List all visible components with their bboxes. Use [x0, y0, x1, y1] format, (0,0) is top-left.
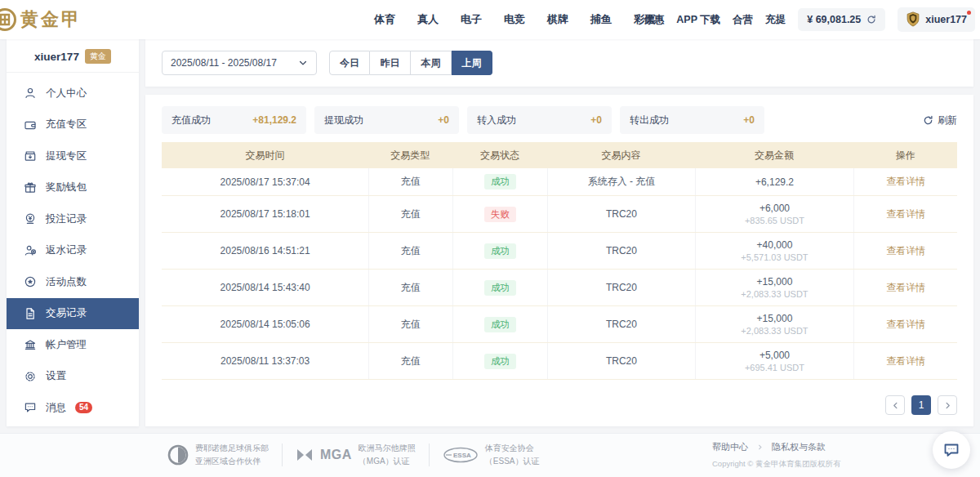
refresh-balance-icon[interactable] [866, 15, 876, 25]
tab-本周[interactable]: 本周 [411, 51, 452, 75]
quick-link-2[interactable]: 合营 [733, 13, 753, 27]
deposit-icon [24, 118, 37, 132]
cell-transaction-content: TRC20 [547, 306, 694, 342]
amount-usdt: +5,571.03 USDT [741, 252, 808, 262]
summary-label: 转入成功 [477, 114, 516, 127]
amount-main: +6,129.2 [755, 176, 794, 188]
summary-label: 提现成功 [324, 114, 363, 127]
withdraw-icon [24, 149, 37, 163]
sidebar-item-label: 消息 [46, 401, 66, 415]
settings-icon [24, 370, 37, 383]
summary-box-3: 转出成功+0 [620, 106, 764, 134]
cell-transaction-content: TRC20 [547, 343, 694, 379]
sidebar-item-label: 设置 [46, 369, 66, 383]
cell-transaction-time: 2025/08/14 15:05:06 [162, 306, 368, 342]
sidebar-item-1[interactable]: 充值专区 [7, 109, 139, 141]
sidebar-item-4[interactable]: 投注记录 [7, 203, 139, 235]
cell-transaction-type: 充值 [368, 343, 452, 379]
header-right: 优惠APP 下载合营充提 ¥ 69,081.25 xiuer177 [644, 0, 975, 39]
refresh-icon [923, 115, 933, 126]
sidebar-item-label: 活动点数 [46, 275, 87, 289]
footer-link-1[interactable]: 隐私权与条款 [772, 441, 826, 453]
view-details-link[interactable]: 查看详情 [886, 244, 925, 258]
sidebar-item-3[interactable]: 奖励钱包 [7, 172, 139, 204]
cell-transaction-amount: +15,000+2,083.33 USDT [695, 306, 854, 342]
user-menu[interactable]: xiuer177 [898, 7, 975, 32]
view-details-link[interactable]: 查看详情 [886, 281, 925, 295]
amount-usdt: +835.65 USDT [745, 216, 804, 225]
summary-row: 充值成功+81,129.2提现成功+0转入成功+0转出成功+0 刷新 [162, 106, 957, 134]
view-details-link[interactable]: 查看详情 [886, 175, 925, 189]
nav-item-1[interactable]: 真人 [417, 12, 439, 27]
certification-feyenoord: 费耶诺德足球俱乐部亚洲区域合作伙伴 [167, 442, 269, 467]
cell-transaction-time: 2025/08/11 13:37:03 [162, 343, 368, 379]
sidebar-item-7[interactable]: 交易记录 [7, 298, 139, 330]
cell-transaction-status: 成功 [452, 343, 548, 379]
cert-text: 欧洲马尔他牌照（MGA）认证 [359, 442, 416, 467]
summary-value: +0 [743, 114, 755, 126]
amount-main: +6,000 [760, 203, 790, 214]
pagination-page-current[interactable]: 1 [911, 395, 931, 415]
account-icon [24, 338, 37, 351]
footer-link-0[interactable]: 帮助中心 [712, 441, 748, 453]
pagination-next[interactable] [938, 395, 957, 415]
message-icon [24, 401, 37, 414]
table-row: 2025/08/17 15:18:01充值失败TRC20+6,000+835.6… [162, 196, 957, 233]
cell-transaction-type: 充值 [368, 196, 452, 232]
certification-mga: MGA欧洲马尔他牌照（MGA）认证 [296, 442, 416, 467]
chevron-down-icon [298, 58, 308, 68]
amount-main: +40,000 [757, 239, 793, 251]
tab-昨日[interactable]: 昨日 [370, 51, 411, 75]
sidebar-item-10[interactable]: 消息54 [7, 392, 139, 424]
column-header-2: 交易状态 [452, 149, 548, 163]
pagination-prev[interactable] [885, 395, 905, 415]
cell-transaction-content: TRC20 [547, 196, 694, 232]
nav-item-3[interactable]: 电竞 [504, 12, 525, 27]
sidebar-item-5[interactable]: 返水记录 [7, 235, 139, 267]
nav-item-4[interactable]: 棋牌 [547, 12, 568, 27]
status-badge: 成功 [484, 243, 516, 259]
footer-link-divider-icon [756, 444, 764, 451]
cell-transaction-status: 成功 [452, 306, 548, 342]
cert-text: 费耶诺德足球俱乐部亚洲区域合作伙伴 [195, 442, 269, 467]
column-header-0: 交易时间 [162, 149, 368, 163]
sidebar-item-2[interactable]: 提现专区 [7, 140, 139, 172]
sidebar-item-label: 帐户管理 [46, 338, 87, 352]
refresh-button[interactable]: 刷新 [923, 114, 957, 127]
cert-divider [282, 444, 283, 466]
filter-bar: 2025/08/11 - 2025/08/17 今日昨日本周上周 [145, 39, 973, 87]
quick-link-3[interactable]: 充提 [765, 13, 786, 27]
nav-item-2[interactable]: 电子 [461, 12, 482, 27]
quick-link-1[interactable]: APP 下载 [676, 13, 720, 27]
sidebar-item-label: 提现专区 [46, 149, 87, 163]
sidebar-item-0[interactable]: 个人中心 [7, 78, 139, 109]
quick-link-0[interactable]: 优惠 [644, 13, 664, 27]
sidebar-item-label: 奖励钱包 [46, 181, 87, 194]
nav-item-5[interactable]: 捕鱼 [590, 12, 612, 27]
tab-今日[interactable]: 今日 [329, 51, 370, 75]
nav-item-0[interactable]: 体育 [374, 12, 395, 27]
summary-value: +81,129.2 [252, 114, 296, 126]
amount-usdt: +2,083.33 USDT [741, 326, 808, 336]
view-details-link[interactable]: 查看详情 [886, 354, 925, 368]
summary-label: 转出成功 [630, 114, 669, 127]
date-range-select[interactable]: 2025/08/11 - 2025/08/17 [162, 51, 317, 75]
view-details-link[interactable]: 查看详情 [886, 207, 925, 221]
sidebar-item-label: 交易记录 [46, 306, 87, 320]
table-row: 2025/08/16 14:51:21充值成功TRC20+40,000+5,57… [162, 233, 957, 270]
chat-fab[interactable] [933, 431, 970, 469]
essa-logo-icon: ESSA [443, 447, 479, 463]
view-details-link[interactable]: 查看详情 [886, 318, 925, 332]
sidebar-item-label: 返水记录 [46, 243, 87, 257]
sidebar-item-label: 个人中心 [46, 87, 87, 100]
sidebar-item-8[interactable]: 帐户管理 [7, 329, 139, 361]
site-logo[interactable]: 黄金甲 [0, 7, 82, 32]
summary-box-1: 提现成功+0 [314, 106, 459, 134]
sidebar-item-6[interactable]: 活动点数 [7, 266, 139, 298]
footer-links: 帮助中心隐私权与条款 [712, 441, 840, 453]
balance-pill[interactable]: ¥ 69,081.25 [798, 8, 885, 31]
tab-上周[interactable]: 上周 [452, 51, 492, 75]
cell-action: 查看详情 [853, 196, 957, 232]
cell-transaction-status: 失败 [452, 196, 548, 232]
sidebar-item-9[interactable]: 设置 [7, 361, 139, 393]
